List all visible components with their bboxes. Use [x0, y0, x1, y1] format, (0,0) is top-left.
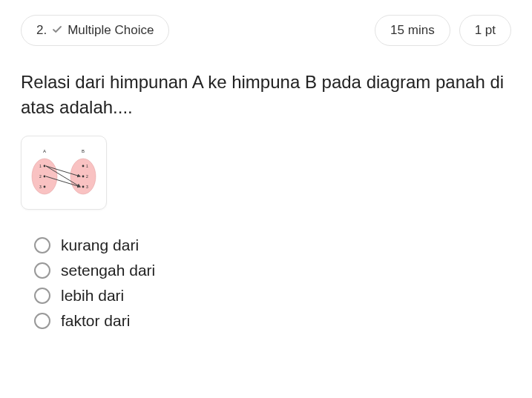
svg-text:1: 1	[39, 164, 42, 168]
diagram-image[interactable]: A B 1 2 3 1 2 3	[21, 136, 107, 210]
check-icon	[53, 24, 62, 36]
points-label: 1 pt	[475, 23, 496, 38]
set-b-label: B	[82, 149, 85, 153]
svg-text:3: 3	[39, 185, 42, 189]
option-0[interactable]: kurang dari	[34, 236, 511, 254]
svg-point-5	[82, 165, 85, 168]
option-3[interactable]: faktor dari	[34, 312, 511, 330]
arrow-diagram: A B 1 2 3 1 2 3	[30, 147, 98, 199]
question-number: 2.	[36, 23, 47, 38]
svg-text:2: 2	[86, 174, 88, 179]
question-type-label: Multiple Choice	[68, 23, 154, 38]
svg-text:3: 3	[86, 185, 88, 189]
svg-text:1: 1	[86, 164, 88, 168]
points-pill[interactable]: 1 pt	[459, 15, 511, 46]
radio-icon	[34, 288, 50, 304]
question-type-pill[interactable]: 2. Multiple Choice	[21, 15, 169, 46]
time-pill[interactable]: 15 mins	[375, 15, 450, 46]
radio-icon	[34, 237, 50, 253]
option-label: kurang dari	[61, 236, 139, 254]
svg-point-2	[44, 165, 46, 168]
radio-icon	[34, 313, 50, 329]
time-label: 15 mins	[390, 23, 435, 38]
svg-point-7	[82, 186, 85, 188]
option-2[interactable]: lebih dari	[34, 287, 511, 305]
meta-pills: 15 mins 1 pt	[375, 15, 511, 46]
svg-point-4	[44, 186, 46, 188]
set-a-label: A	[43, 149, 46, 153]
option-1[interactable]: setengah dari	[34, 262, 511, 279]
svg-point-6	[82, 176, 85, 178]
options-list: kurang dari setengah dari lebih dari fak…	[21, 236, 511, 330]
question-header: 2. Multiple Choice 15 mins 1 pt	[21, 15, 511, 46]
option-label: faktor dari	[61, 312, 130, 330]
radio-icon	[34, 262, 50, 279]
svg-point-3	[44, 176, 46, 178]
question-text: Relasi dari himpunan A ke himpuna B pada…	[21, 70, 511, 119]
option-label: setengah dari	[61, 262, 155, 279]
option-label: lebih dari	[61, 287, 124, 305]
svg-text:2: 2	[39, 174, 42, 179]
